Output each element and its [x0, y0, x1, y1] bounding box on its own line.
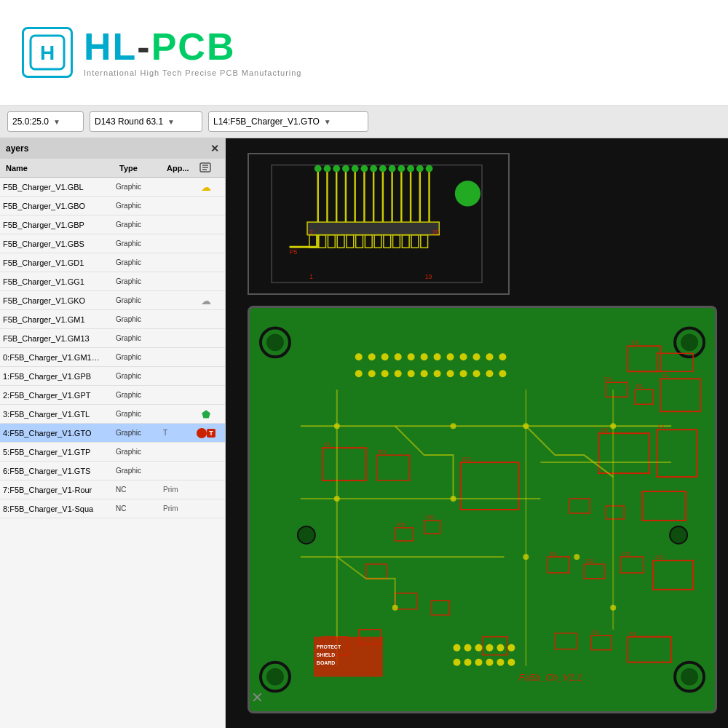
logo-icon: H [22, 27, 73, 78]
layer-row[interactable]: 0:F5B_Charger_V1.GM1…Graphic [0, 348, 225, 367]
layer-type: Graphic [116, 467, 163, 475]
layer-app: Prim [163, 486, 196, 494]
layer-type: Graphic [116, 258, 163, 266]
col-type-header: Type [119, 164, 167, 173]
layer-type: Graphic [116, 315, 163, 323]
col-name-header: Name [3, 164, 119, 173]
svg-point-29 [389, 165, 396, 173]
svg-text:1: 1 [309, 273, 313, 280]
svg-point-73 [486, 353, 493, 360]
layer-row[interactable]: F5B_Charger_V1.GKOGraphic☁ [0, 291, 225, 310]
layer-name: F5B_Charger_V1.GM1 [3, 315, 116, 324]
svg-point-132 [298, 526, 315, 544]
main-area: ayers ✕ Name Type App... F5B_Charger_V1.… [0, 138, 728, 728]
layer-name: 6:F5B_Charger_V1.GTS [3, 467, 116, 475]
layer-row[interactable]: F5B_Charger_V1.GD1Graphic [0, 253, 225, 272]
layer-row[interactable]: 1:F5B_Charger_V1.GPBGraphic [0, 367, 225, 386]
layers-panel: ayers ✕ Name Type App... F5B_Charger_V1.… [0, 138, 226, 728]
layer-row[interactable]: F5B_Charger_V1.GBLGraphic☁ [0, 178, 225, 197]
layer-name: F5B_Charger_V1.GG1 [3, 277, 116, 286]
svg-text:R5: R5 [397, 521, 405, 528]
svg-text:SHIELD: SHIELD [317, 652, 336, 657]
layer-row[interactable]: 2:F5B_Charger_V1.GPTGraphic [0, 386, 225, 405]
layer-row[interactable]: F5B_Charger_V1.GM1Graphic [0, 310, 225, 329]
pcb-board: Fa5b_Ch_V1.1 C2 C4 R1 U1 U2 L1 C1 R3 IC1… [248, 306, 717, 713]
layers-list: F5B_Charger_V1.GBLGraphic☁F5B_Charger_V1… [0, 178, 225, 728]
svg-text:P5: P5 [290, 248, 298, 256]
layer-row[interactable]: F5B_Charger_V1.GBOGraphic [0, 197, 225, 215]
drill-dropdown[interactable]: D143 Round 63.1 ▼ [90, 111, 202, 132]
layer-row[interactable]: F5B_Charger_V1.GBSGraphic [0, 234, 225, 253]
svg-point-74 [499, 353, 506, 360]
component-preview: 2 20 P5 1 19 [248, 153, 510, 295]
pcb-view[interactable]: 2 20 P5 1 19 [226, 138, 728, 728]
svg-point-131 [610, 605, 616, 611]
svg-point-128 [523, 554, 529, 560]
svg-text:C4: C4 [604, 376, 612, 382]
svg-text:20: 20 [432, 229, 439, 236]
layer-row[interactable]: F5B_Charger_V1.GG1Graphic [0, 272, 225, 291]
layer-row[interactable]: 3:F5B_Charger_V1.GTLGraphic⬟ [0, 405, 225, 424]
layer-type: Graphic [116, 391, 163, 399]
svg-point-130 [574, 554, 579, 560]
layer-type: NC [116, 486, 163, 494]
svg-point-63 [355, 353, 363, 360]
svg-text:C2: C2 [631, 339, 639, 346]
layer-row[interactable]: 6:F5B_Charger_V1.GTSGraphic [0, 462, 225, 480]
layer-row[interactable]: F5B_Charger_V1.GM13Graphic [0, 329, 225, 348]
svg-point-145 [507, 659, 515, 666]
layer-dropdown[interactable]: L14:F5B_Charger_V1.GTO ▼ [208, 111, 368, 132]
svg-point-84 [473, 370, 480, 377]
svg-point-33 [426, 165, 433, 173]
layer-name: 2:F5B_Charger_V1.GPT [3, 391, 116, 400]
layers-header: ayers ✕ [0, 138, 225, 159]
header: H HL-PCB International High Tech Precise… [0, 0, 728, 106]
layer-type: Graphic [116, 448, 163, 456]
layer-type: NC [116, 505, 163, 513]
layer-row[interactable]: 4:F5B_Charger_V1.GTOGraphicTT [0, 424, 225, 443]
layer-row[interactable]: 5:F5B_Charger_V1.GTPGraphic [0, 443, 225, 462]
svg-point-135 [464, 644, 472, 652]
svg-point-85 [486, 370, 493, 377]
svg-point-141 [464, 659, 472, 666]
layer-name: F5B_Charger_V1.GBL [3, 183, 116, 191]
logo-subtitle: International High Tech Precise PCB Manu… [84, 68, 302, 77]
svg-point-140 [454, 659, 461, 666]
layers-title: ayers [6, 143, 28, 154]
svg-point-21 [314, 165, 322, 173]
svg-point-143 [486, 659, 493, 666]
layer-type: Graphic [116, 353, 163, 361]
layer-name: 5:F5B_Charger_V1.GTP [3, 448, 116, 456]
layer-type: Graphic [116, 277, 163, 285]
svg-text:IC1: IC1 [462, 456, 472, 462]
svg-point-126 [334, 496, 340, 502]
svg-point-124 [523, 423, 529, 429]
layer-type: Graphic [116, 183, 163, 191]
layer-row[interactable]: F5B_Charger_V1.GBPGraphic [0, 215, 225, 234]
layer-name: F5B_Charger_V1.GM13 [3, 334, 116, 343]
layer-name: F5B_Charger_V1.GKO [3, 296, 116, 305]
svg-text:D2: D2 [586, 558, 594, 564]
layer-type: Graphic [116, 372, 163, 380]
drill-value: D143 Round 63.1 [95, 116, 163, 127]
svg-point-27 [370, 165, 377, 173]
layers-close-button[interactable]: ✕ [210, 143, 219, 154]
layer-row[interactable]: 7:F5B_Charger_V1-RourNCPrim [0, 480, 225, 499]
svg-point-122 [334, 423, 340, 429]
svg-point-80 [421, 370, 428, 377]
svg-point-30 [397, 165, 405, 173]
svg-point-64 [368, 353, 376, 360]
layer-row[interactable]: 8:F5B_Charger_V1-SquaNCPrim [0, 499, 225, 518]
active-layer-badge: T [207, 429, 215, 438]
svg-text:C1: C1 [324, 441, 332, 448]
svg-point-136 [475, 644, 483, 652]
svg-text:L1: L1 [658, 423, 665, 430]
svg-point-31 [407, 165, 414, 173]
svg-point-125 [610, 423, 616, 429]
svg-point-82 [447, 370, 454, 377]
layer-icon: ☁ [196, 181, 216, 193]
svg-point-32 [416, 165, 424, 173]
layer-name: 3:F5B_Charger_V1.GTL [3, 410, 116, 419]
svg-point-75 [355, 370, 363, 377]
coord-dropdown[interactable]: 25.0:25.0 ▼ [7, 111, 84, 132]
